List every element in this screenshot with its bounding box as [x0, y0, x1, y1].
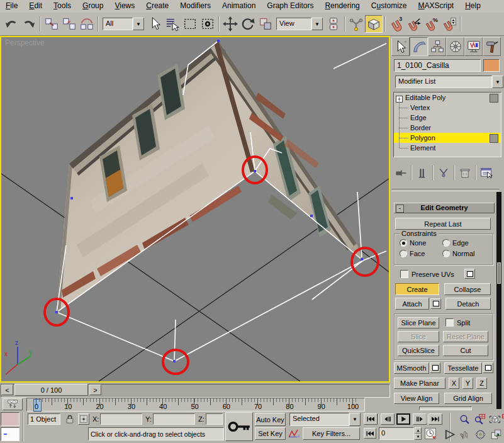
zoom-extents-icon[interactable] [488, 413, 501, 425]
play-button[interactable] [396, 413, 410, 425]
chevron-down-icon[interactable]: ▼ [349, 413, 361, 426]
tab-modify[interactable] [410, 37, 428, 56]
object-name-field[interactable]: 1_0100_Casilla [394, 59, 481, 72]
x-coordinate-field[interactable] [100, 413, 142, 425]
show-end-result-icon[interactable] [414, 165, 430, 181]
modifier-stack[interactable]: −Editable PolyVertexEdgeBorderPolygonEle… [393, 92, 501, 157]
tab-hierarchy[interactable] [428, 37, 446, 56]
mini-listener-pink[interactable] [1, 412, 20, 426]
select-and-rotate-icon[interactable] [239, 15, 257, 33]
make-planar-y-button[interactable]: Y [462, 378, 473, 389]
stack-item-editable-poly[interactable]: −Editable Poly [394, 93, 501, 103]
select-and-link-icon[interactable] [43, 15, 60, 33]
menu-file[interactable]: File [0, 0, 23, 13]
checkbox-icon[interactable] [445, 318, 454, 327]
pan-icon[interactable] [458, 428, 471, 440]
radio-icon[interactable] [442, 239, 450, 247]
unlink-selection-icon[interactable] [60, 15, 78, 33]
attach-settings-button[interactable] [430, 298, 441, 309]
quickslice-button[interactable]: QuickSlice [398, 345, 439, 356]
grid-align-button[interactable]: Grid Align [444, 393, 492, 404]
rectangular-selection-region-icon[interactable] [181, 15, 199, 33]
min-max-toggle-icon[interactable] [490, 428, 502, 440]
edit-geometry-rollout-header[interactable]: - Edit Geometry [394, 203, 495, 213]
panel-scrollbar[interactable] [496, 192, 501, 409]
reference-coordinate-system-dropdown[interactable]: View▼ [276, 18, 323, 30]
select-by-name-icon[interactable] [164, 15, 181, 33]
menu-modifiers[interactable]: Modifiers [174, 0, 216, 13]
viewport-label[interactable]: Perspective [5, 38, 45, 47]
make-planar-z-button[interactable]: Z [476, 378, 487, 389]
snap-3d-icon[interactable]: 3 [388, 15, 405, 33]
collapse-button[interactable]: Collapse [444, 283, 491, 295]
tab-motion[interactable] [446, 37, 464, 56]
tab-create[interactable] [391, 37, 410, 56]
bind-to-space-warp-icon[interactable] [78, 15, 96, 33]
stack-item-element[interactable]: Element [394, 143, 501, 153]
slice-plane-button[interactable]: Slice Plane [398, 317, 439, 328]
collapse-rollout-icon[interactable]: - [396, 205, 404, 213]
tab-display[interactable] [464, 37, 483, 56]
constraint-radio-edge[interactable]: Edge [442, 239, 485, 250]
constraint-radio-none[interactable]: None [400, 239, 442, 250]
spinner-snap-icon[interactable] [440, 15, 458, 33]
object-color-swatch[interactable] [483, 59, 500, 72]
stack-item-polygon[interactable]: Polygon [394, 133, 501, 143]
use-pivot-point-center-icon[interactable] [325, 15, 342, 33]
modifier-list-dropdown[interactable]: Modifier List ▼ [395, 76, 503, 88]
menu-create[interactable]: Create [140, 0, 174, 13]
tessellate-button[interactable]: Tessellate [444, 362, 482, 374]
menu-maxscript[interactable]: MAXScript [413, 0, 460, 13]
split-checkbox[interactable]: Split [445, 318, 470, 327]
snaps-toggle-icon[interactable] [365, 15, 383, 33]
angle-snap-icon[interactable] [405, 15, 423, 33]
absolute-offset-mode-icon[interactable] [78, 413, 89, 425]
menu-views[interactable]: Views [109, 0, 140, 13]
make-unique-icon[interactable] [435, 165, 452, 181]
make-planar-x-button[interactable]: X [449, 378, 459, 389]
selection-lock-icon[interactable] [64, 413, 76, 425]
remove-modifier-icon[interactable] [457, 165, 473, 181]
repeat-last-button[interactable]: Repeat Last [395, 218, 491, 230]
next-frame-button[interactable] [413, 413, 427, 425]
set-keys-button[interactable] [225, 412, 253, 441]
arc-rotate-icon[interactable] [474, 428, 486, 440]
key-mode-dropdown[interactable]: Selected ▼ [289, 413, 361, 426]
redo-icon[interactable] [20, 15, 38, 33]
make-planar-button[interactable]: Make Planar [394, 378, 445, 389]
time-configuration-button[interactable] [424, 427, 437, 440]
constraint-radio-face[interactable]: Face [400, 250, 442, 261]
auto-key-button[interactable]: Auto Key [255, 413, 286, 426]
radio-icon[interactable] [400, 239, 407, 247]
scrollbar-handle[interactable] [497, 262, 501, 284]
detach-button[interactable]: Detach [445, 298, 491, 310]
previous-frame-button[interactable] [381, 413, 395, 425]
tessellate-settings-button[interactable] [483, 362, 493, 373]
msmooth-settings-button[interactable] [430, 362, 440, 373]
configure-modifier-sets-icon[interactable] [478, 165, 495, 181]
undo-icon[interactable] [3, 15, 20, 33]
frame-spinner[interactable]: ▲ ▼ [415, 427, 422, 440]
view-align-button[interactable]: View Align [394, 393, 439, 404]
field-of-view-icon[interactable] [443, 428, 456, 440]
select-object-icon[interactable] [146, 15, 164, 33]
stack-item-edge[interactable]: Edge [394, 113, 501, 123]
perspective-viewport[interactable]: Perspective [0, 36, 390, 383]
menu-rendering[interactable]: Rendering [319, 0, 365, 13]
zoom-extents-all-icon[interactable] [501, 413, 504, 425]
zoom-icon[interactable] [458, 413, 471, 425]
preserve-uvs-checkbox[interactable]: Preserve UVs [400, 270, 454, 278]
menu-animation[interactable]: Animation [216, 0, 261, 13]
cut-button[interactable]: Cut [443, 345, 488, 356]
zoom-all-icon[interactable] [473, 413, 486, 425]
open-mini-curve-editor-button[interactable] [3, 398, 23, 410]
go-to-start-button[interactable] [364, 413, 378, 425]
go-to-end-button[interactable] [428, 413, 442, 425]
chevron-down-icon[interactable]: ▼ [492, 76, 503, 88]
preserve-uvs-settings-button[interactable] [464, 269, 475, 279]
stack-item-vertex[interactable]: Vertex [394, 103, 501, 113]
key-mode-toggle-button[interactable] [364, 428, 376, 439]
time-slider-handle[interactable]: 0 / 100 [14, 384, 88, 396]
z-coordinate-field[interactable] [206, 413, 223, 425]
select-and-move-icon[interactable] [221, 15, 239, 33]
